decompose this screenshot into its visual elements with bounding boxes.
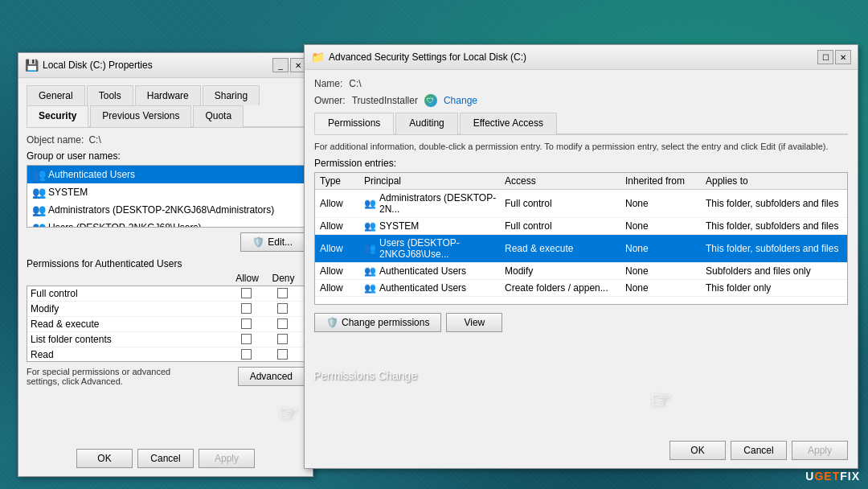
user-item-0[interactable]: 👥 Authenticated Users	[27, 166, 304, 183]
group-label: Group or user names:	[27, 150, 305, 162]
folder-icon: 📁	[311, 51, 324, 64]
tab-hardware[interactable]: Hardware	[135, 85, 201, 105]
action-buttons: 🛡️ Change permissions View	[314, 313, 848, 332]
entry3-inherited: None	[625, 265, 706, 277]
local-disk-title-bar: 💾 Local Disk (C:) Properties _ ✕	[18, 53, 313, 78]
property-tabs-row2: Security Previous Versions Quota	[27, 105, 305, 128]
entry2-principal: Users (DESKTOP-2NKGJ68\Use...	[379, 237, 505, 260]
adv-owner-row: Owner: TrustedInstaller 🛡 Change	[314, 94, 848, 107]
perm-deny-2[interactable]	[264, 318, 301, 330]
perm-row-4: Read	[27, 347, 304, 362]
entry2-user-icon: 👥	[364, 243, 376, 254]
user-label-1: SYSTEM	[48, 187, 88, 198]
user-item-1[interactable]: 👥 SYSTEM	[27, 183, 304, 201]
entry1-principal-cell: 👥 SYSTEM	[364, 220, 505, 232]
apply-button-advanced[interactable]: Apply	[792, 441, 848, 460]
user-item-3[interactable]: 👥 Users (DESKTOP-2NKGJ68\Users)	[27, 219, 304, 228]
tab-tools[interactable]: Tools	[87, 85, 133, 105]
entry4-applies: This folder only	[706, 282, 842, 294]
user-label-0: Authenticated Users	[48, 169, 135, 180]
entry1-user-icon: 👥	[364, 220, 376, 232]
user-icon-2: 👥	[32, 203, 45, 216]
permissions-list[interactable]: Full control Modify Read & execute List …	[27, 286, 305, 362]
user-item-2[interactable]: 👥 Administrators (DESKTOP-2NKGJ68\Admini…	[27, 201, 304, 219]
entry0-principal-cell: 👥 Administrators (DESKTOP-2N...	[364, 192, 505, 215]
view-button[interactable]: View	[446, 313, 502, 332]
adv-tab-effective-access[interactable]: Effective Access	[460, 113, 557, 134]
entries-label: Permission entries:	[314, 158, 848, 169]
permission-entries-table[interactable]: Type Principal Access Inherited from App…	[314, 172, 848, 305]
cancel-button-advanced[interactable]: Cancel	[731, 441, 787, 460]
change-permissions-button[interactable]: 🛡️ Change permissions	[314, 313, 441, 332]
edit-button[interactable]: 🛡️ Edit...	[240, 232, 305, 252]
permissions-change-label: Permissions Change	[313, 369, 417, 382]
close-button-advanced[interactable]: ✕	[835, 50, 851, 64]
adv-name-row: Name: C:\	[314, 78, 848, 89]
entry0-type: Allow	[320, 198, 364, 209]
col-principal: Principal	[364, 175, 505, 187]
ok-button-local[interactable]: OK	[76, 449, 133, 468]
perm-deny-4[interactable]	[264, 349, 301, 360]
perm-allow-2[interactable]	[228, 318, 264, 330]
entry1-principal: SYSTEM	[379, 220, 419, 232]
entry1-inherited: None	[625, 220, 706, 232]
user-label-3: Users (DESKTOP-2NKGJ68\Users)	[48, 222, 201, 228]
perm-entry-2[interactable]: Allow 👥 Users (DESKTOP-2NKGJ68\Use... Re…	[315, 235, 847, 263]
entry0-inherited: None	[625, 198, 706, 209]
change-link[interactable]: Change	[444, 95, 477, 106]
col-inherited: Inherited from	[625, 175, 706, 187]
perm-allow-3[interactable]	[228, 334, 264, 345]
local-disk-properties-dialog: 💾 Local Disk (C:) Properties _ ✕ General…	[18, 52, 313, 477]
adv-name-value: C:\	[349, 78, 361, 89]
perm-entry-1[interactable]: Allow 👥 SYSTEM Full control None This fo…	[315, 218, 847, 235]
advanced-button[interactable]: Advanced	[238, 367, 305, 386]
apply-button-local[interactable]: Apply	[199, 449, 255, 468]
perm-row-1: Modify	[27, 302, 304, 317]
advanced-security-dialog: 📁 Advanced Security Settings for Local D…	[304, 44, 858, 469]
entry1-access: Full control	[505, 220, 625, 232]
perm-entry-0[interactable]: Allow 👥 Administrators (DESKTOP-2N... Fu…	[315, 190, 847, 218]
hand-cursor-local: ☞	[278, 400, 298, 426]
cancel-button-local[interactable]: Cancel	[137, 449, 194, 468]
special-perms-text: For special permissions or advanced sett…	[27, 367, 187, 386]
perms-col-deny: Deny	[265, 273, 301, 284]
advanced-title: Advanced Security Settings for Local Dis…	[329, 51, 813, 63]
adv-tab-permissions[interactable]: Permissions	[314, 113, 394, 134]
perms-col-name	[30, 273, 229, 284]
entry4-principal-cell: 👥 Authenticated Users	[364, 282, 505, 294]
tab-sharing[interactable]: Sharing	[203, 85, 260, 105]
ok-button-advanced[interactable]: OK	[669, 441, 726, 460]
tab-general[interactable]: General	[27, 85, 85, 105]
users-list[interactable]: 👥 Authenticated Users 👥 SYSTEM 👥 Adminis…	[27, 165, 305, 228]
tab-quota[interactable]: Quota	[193, 105, 244, 127]
perm-entry-3[interactable]: Allow 👥 Authenticated Users Modify None …	[315, 263, 847, 280]
entry4-user-icon: 👥	[364, 282, 376, 294]
shield-change-icon: 🛡️	[326, 317, 338, 328]
tab-security[interactable]: Security	[27, 105, 88, 127]
restore-button[interactable]: ☐	[817, 50, 833, 64]
entry4-type: Allow	[320, 282, 364, 294]
entry3-user-icon: 👥	[364, 265, 376, 277]
adv-tab-auditing[interactable]: Auditing	[395, 113, 457, 134]
advanced-tabs: Permissions Auditing Effective Access	[314, 112, 848, 135]
perm-deny-0[interactable]	[264, 288, 301, 299]
perm-row-3: List folder contents	[27, 332, 304, 347]
perm-allow-1[interactable]	[228, 303, 264, 314]
advanced-title-bar: 📁 Advanced Security Settings for Local D…	[305, 45, 858, 70]
perm-name-0: Full control	[31, 288, 228, 299]
tab-previous-versions[interactable]: Previous Versions	[90, 105, 191, 127]
perm-deny-3[interactable]	[264, 334, 301, 345]
entry2-type: Allow	[320, 243, 364, 254]
perm-allow-4[interactable]	[228, 349, 264, 360]
perm-row-0: Full control	[27, 286, 304, 302]
entry0-access: Full control	[505, 198, 625, 209]
minimize-button[interactable]: _	[272, 58, 289, 72]
perm-entry-4[interactable]: Allow 👥 Authenticated Users Create folde…	[315, 280, 847, 297]
perm-allow-0[interactable]	[228, 288, 264, 299]
advanced-content: Name: C:\ Owner: TrustedInstaller 🛡 Chan…	[305, 70, 858, 340]
perm-deny-1[interactable]	[264, 303, 301, 314]
change-permissions-label: Change permissions	[342, 317, 429, 328]
perm-name-3: List folder contents	[31, 334, 228, 345]
local-disk-title: Local Disk (C:) Properties	[43, 60, 268, 71]
edit-button-label: Edit...	[268, 236, 293, 248]
